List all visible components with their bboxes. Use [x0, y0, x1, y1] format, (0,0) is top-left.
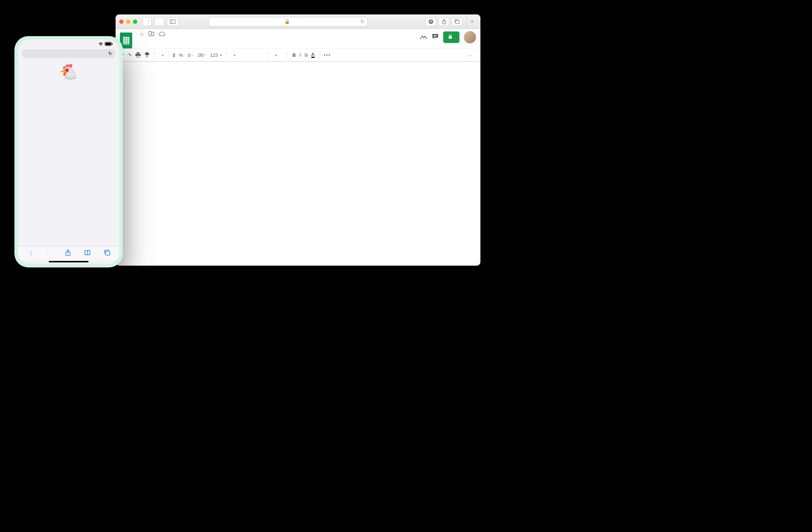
svg-rect-9: [433, 35, 437, 36]
redo-button[interactable]: ↷: [128, 52, 131, 58]
minimize-window-button[interactable]: [126, 20, 130, 24]
window-controls: [119, 20, 137, 24]
zoom-dropdown[interactable]: [159, 53, 164, 57]
user-avatar[interactable]: [464, 31, 476, 43]
format-dropdown[interactable]: 123: [210, 52, 222, 58]
reload-icon[interactable]: ↻: [360, 19, 364, 24]
svg-rect-10: [433, 36, 436, 37]
safari-toolbar: 〈 〉 🔒 ↻ ＋: [116, 14, 480, 29]
bold-button[interactable]: B: [292, 52, 295, 58]
phone-safari-toolbar: 〈 〉: [18, 246, 119, 260]
more-tools-button[interactable]: •••: [324, 52, 331, 58]
nav-back-button[interactable]: 〈: [142, 17, 152, 26]
activity-icon[interactable]: [420, 34, 427, 41]
svg-rect-2: [112, 43, 113, 45]
svg-rect-12: [137, 56, 139, 57]
paint-format-button[interactable]: [144, 52, 150, 58]
menu-page: 🐔: [18, 59, 119, 246]
comments-icon[interactable]: [432, 33, 439, 41]
svg-rect-4: [105, 251, 110, 255]
home-indicator[interactable]: [49, 261, 88, 262]
move-icon[interactable]: [148, 31, 154, 38]
text-color-button[interactable]: A: [311, 52, 315, 58]
star-icon[interactable]: ☆: [139, 31, 144, 38]
increase-decimal-button[interactable]: .00↑: [197, 52, 207, 58]
svg-rect-5: [170, 20, 176, 23]
strikethrough-button[interactable]: S: [304, 52, 308, 58]
tabs-button[interactable]: [452, 17, 462, 26]
print-button[interactable]: [135, 52, 141, 58]
column-headers[interactable]: [116, 61, 480, 62]
wifi-icon: [98, 42, 103, 47]
decrease-decimal-button[interactable]: .0↓: [187, 52, 194, 58]
percent-button[interactable]: %: [179, 52, 183, 58]
svg-rect-8: [455, 21, 459, 24]
spreadsheet-grid[interactable]: [116, 61, 480, 266]
share-button[interactable]: [443, 31, 459, 43]
battery-icon: [105, 42, 113, 47]
svg-rect-11: [449, 36, 452, 39]
reload-icon[interactable]: ↻: [108, 51, 112, 56]
font-size-dropdown[interactable]: [272, 53, 283, 57]
sheets-toolbar: ↶ ↷ $ % .0↓ .00↑ 123: [116, 48, 480, 61]
forward-icon[interactable]: 〉: [46, 250, 52, 257]
share-icon[interactable]: [65, 249, 71, 257]
lock-icon: 🔒: [284, 19, 290, 24]
svg-rect-1: [105, 43, 111, 45]
font-dropdown[interactable]: [231, 53, 263, 57]
chicken-icon: 🐔: [59, 63, 78, 81]
currency-button[interactable]: $: [173, 52, 175, 58]
nav-forward-button[interactable]: 〉: [155, 17, 164, 26]
close-window-button[interactable]: [119, 20, 124, 24]
collapse-toolbar-button[interactable]: ︿: [468, 52, 476, 58]
share-button[interactable]: [439, 17, 449, 26]
lock-icon: [448, 34, 452, 40]
back-icon[interactable]: 〈: [27, 250, 33, 257]
safari-window: 〈 〉 🔒 ↻ ＋: [116, 14, 480, 266]
new-tab-button[interactable]: ＋: [467, 14, 477, 29]
phone-url-bar[interactable]: ↻: [22, 49, 116, 58]
cloud-status-icon[interactable]: [159, 31, 165, 38]
maximize-window-button[interactable]: [133, 20, 137, 24]
italic-button[interactable]: I: [299, 52, 301, 58]
downloads-button[interactable]: [426, 17, 436, 26]
bookmarks-icon[interactable]: [84, 250, 91, 257]
sidebar-toggle-button[interactable]: [167, 17, 178, 26]
phone-device: ↻ 🐔 〈 〉: [14, 36, 123, 267]
google-sheets-app: ☆: [116, 29, 480, 266]
tabs-icon[interactable]: [104, 250, 111, 257]
safari-url-field[interactable]: 🔒 ↻: [209, 17, 368, 26]
phone-status-bar: [18, 40, 119, 48]
phone-screen: ↻ 🐔 〈 〉: [18, 40, 119, 264]
